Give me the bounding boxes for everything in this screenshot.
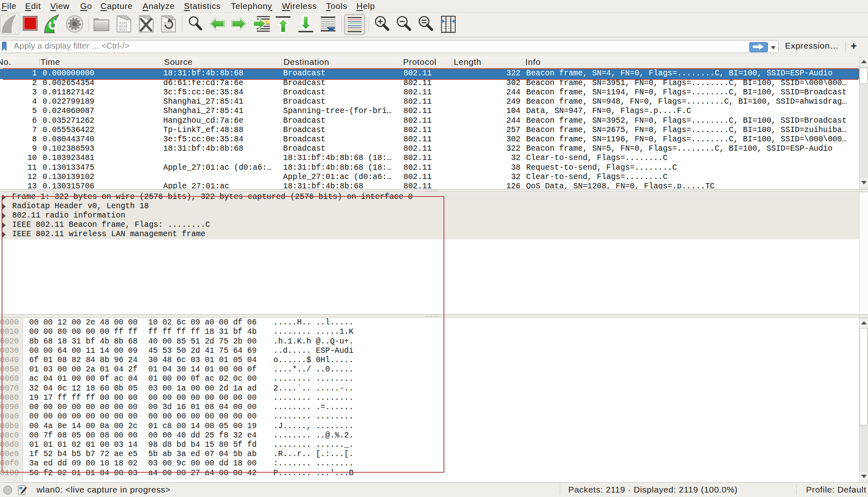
svg-text:0111: 0111: [119, 28, 127, 32]
